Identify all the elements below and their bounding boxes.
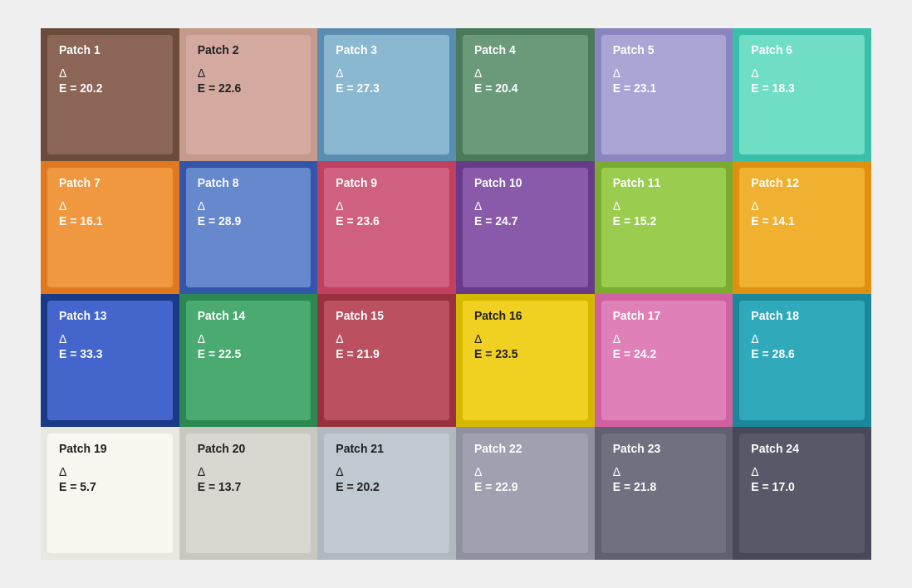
patch-name-19: Patch 19 (59, 442, 161, 455)
patch-cell-6: Patch 6ΔE = 18.3 (733, 28, 871, 161)
patch-cell-12: Patch 12ΔE = 14.1 (733, 161, 871, 294)
patch-delta-18: Δ (751, 332, 853, 345)
patch-e-14: E = 22.5 (198, 347, 300, 360)
patch-e-16: E = 23.5 (474, 347, 576, 360)
patch-name-1: Patch 1 (59, 43, 161, 56)
patch-card-12: Patch 12ΔE = 14.1 (739, 168, 865, 287)
patch-name-7: Patch 7 (59, 176, 161, 189)
patch-delta-24: Δ (751, 465, 853, 478)
patch-e-19: E = 5.7 (59, 480, 161, 493)
patch-card-4: Patch 4ΔE = 20.4 (463, 35, 588, 154)
patch-e-12: E = 14.1 (751, 214, 853, 228)
patch-name-17: Patch 17 (613, 309, 715, 322)
patch-card-10: Patch 10ΔE = 24.7 (463, 168, 588, 287)
patch-delta-6: Δ (751, 66, 853, 80)
patch-card-21: Patch 21ΔE = 20.2 (324, 434, 449, 553)
patch-card-3: Patch 3ΔE = 27.3 (324, 35, 449, 154)
patch-e-4: E = 20.4 (474, 81, 576, 95)
patch-name-20: Patch 20 (198, 442, 300, 455)
patch-delta-19: Δ (59, 465, 161, 478)
patch-card-1: Patch 1ΔE = 20.2 (47, 35, 173, 154)
patch-name-23: Patch 23 (613, 442, 715, 455)
patch-name-9: Patch 9 (336, 176, 438, 189)
patch-card-5: Patch 5ΔE = 23.1 (601, 35, 727, 154)
patch-card-17: Patch 17ΔE = 24.2 (601, 301, 727, 420)
patch-card-23: Patch 23ΔE = 21.8 (601, 434, 727, 553)
patch-cell-1: Patch 1ΔE = 20.2 (41, 28, 179, 161)
patch-e-13: E = 33.3 (59, 347, 161, 360)
patch-delta-4: Δ (474, 66, 576, 80)
patch-name-15: Patch 15 (336, 309, 438, 322)
main-container: Patch 1ΔE = 20.2Patch 2ΔE = 22.6Patch 3Δ… (24, 12, 888, 576)
patch-card-6: Patch 6ΔE = 18.3 (739, 35, 865, 154)
patch-name-3: Patch 3 (336, 43, 438, 56)
patch-e-21: E = 20.2 (336, 480, 438, 493)
patch-name-11: Patch 11 (613, 176, 715, 189)
patch-card-15: Patch 15ΔE = 21.9 (324, 301, 449, 420)
patch-name-22: Patch 22 (474, 442, 576, 455)
patch-card-20: Patch 20ΔE = 13.7 (186, 434, 311, 553)
patch-name-5: Patch 5 (613, 43, 715, 56)
patch-delta-23: Δ (613, 465, 715, 478)
patch-cell-14: Patch 14ΔE = 22.5 (179, 294, 318, 427)
patch-cell-20: Patch 20ΔE = 13.7 (179, 427, 318, 560)
patch-name-18: Patch 18 (751, 309, 853, 322)
patch-card-13: Patch 13ΔE = 33.3 (47, 301, 173, 420)
patch-e-17: E = 24.2 (613, 347, 715, 360)
patch-cell-16: Patch 16ΔE = 23.5 (456, 294, 595, 427)
patch-e-6: E = 18.3 (751, 81, 853, 95)
patch-e-24: E = 17.0 (751, 480, 853, 493)
patch-card-8: Patch 8ΔE = 28.9 (186, 168, 311, 287)
patch-delta-10: Δ (474, 199, 576, 213)
patch-cell-8: Patch 8ΔE = 28.9 (179, 161, 318, 294)
patch-name-14: Patch 14 (198, 309, 300, 322)
patch-delta-11: Δ (613, 199, 715, 213)
patch-name-12: Patch 12 (751, 176, 853, 189)
patch-cell-19: Patch 19ΔE = 5.7 (41, 427, 179, 560)
patch-delta-14: Δ (198, 332, 300, 345)
patch-card-16: Patch 16ΔE = 23.5 (463, 301, 588, 420)
patch-card-7: Patch 7ΔE = 16.1 (47, 168, 173, 287)
patch-delta-21: Δ (336, 465, 438, 478)
patch-cell-10: Patch 10ΔE = 24.7 (456, 161, 595, 294)
patch-delta-17: Δ (613, 332, 715, 345)
patch-cell-3: Patch 3ΔE = 27.3 (317, 28, 456, 161)
patch-card-14: Patch 14ΔE = 22.5 (186, 301, 311, 420)
patch-cell-4: Patch 4ΔE = 20.4 (456, 28, 595, 161)
patch-name-8: Patch 8 (198, 176, 300, 189)
patch-e-9: E = 23.6 (336, 214, 438, 228)
patch-delta-22: Δ (474, 465, 576, 478)
patch-e-2: E = 22.6 (198, 81, 300, 95)
patch-cell-9: Patch 9ΔE = 23.6 (317, 161, 456, 294)
patch-name-6: Patch 6 (751, 43, 853, 56)
patch-e-11: E = 15.2 (613, 214, 715, 228)
patch-name-13: Patch 13 (59, 309, 161, 322)
patch-cell-15: Patch 15ΔE = 21.9 (317, 294, 456, 427)
patch-card-11: Patch 11ΔE = 15.2 (601, 168, 727, 287)
patch-cell-17: Patch 17ΔE = 24.2 (595, 294, 733, 427)
patch-cell-13: Patch 13ΔE = 33.3 (41, 294, 179, 427)
patch-grid: Patch 1ΔE = 20.2Patch 2ΔE = 22.6Patch 3Δ… (41, 28, 871, 560)
patch-cell-21: Patch 21ΔE = 20.2 (317, 427, 456, 560)
patch-delta-1: Δ (59, 66, 161, 80)
patch-cell-22: Patch 22ΔE = 22.9 (456, 427, 595, 560)
patch-name-4: Patch 4 (474, 43, 576, 56)
patch-name-16: Patch 16 (474, 309, 576, 322)
patch-name-21: Patch 21 (336, 442, 438, 455)
patch-e-1: E = 20.2 (59, 81, 161, 95)
patch-delta-13: Δ (59, 332, 161, 345)
patch-e-7: E = 16.1 (59, 214, 161, 228)
patch-e-3: E = 27.3 (336, 81, 438, 95)
patch-cell-2: Patch 2ΔE = 22.6 (179, 28, 318, 161)
patch-delta-15: Δ (336, 332, 438, 345)
patch-e-15: E = 21.9 (336, 347, 438, 360)
patch-e-10: E = 24.7 (474, 214, 576, 228)
patch-card-24: Patch 24ΔE = 17.0 (739, 434, 865, 553)
patch-delta-12: Δ (751, 199, 853, 213)
patch-cell-18: Patch 18ΔE = 28.6 (733, 294, 871, 427)
patch-cell-11: Patch 11ΔE = 15.2 (595, 161, 733, 294)
patch-name-10: Patch 10 (474, 176, 576, 189)
patch-cell-5: Patch 5ΔE = 23.1 (595, 28, 733, 161)
patch-card-9: Patch 9ΔE = 23.6 (324, 168, 449, 287)
patch-card-22: Patch 22ΔE = 22.9 (463, 434, 588, 553)
